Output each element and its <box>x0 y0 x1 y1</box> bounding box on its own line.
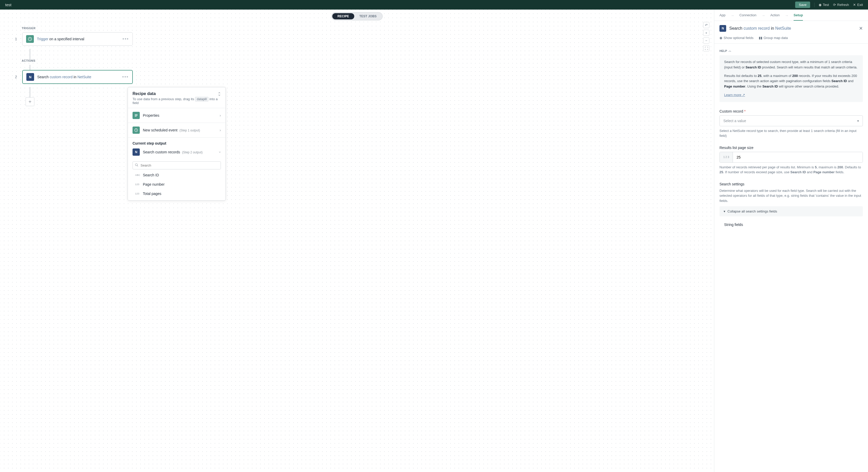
undo-button[interactable]: ↶ <box>703 22 709 28</box>
svg-point-5 <box>135 164 137 166</box>
action-title: Search custom record in NetSuite <box>729 26 791 31</box>
clock-icon <box>132 127 140 134</box>
field-label: Custom record * <box>719 109 863 113</box>
step-menu-icon[interactable]: ••• <box>122 74 129 80</box>
recipe-data-panel: Recipe data To use data from a previous … <box>128 87 226 201</box>
arrow-icon: → <box>731 13 734 21</box>
actions-label: ACTIONS <box>22 59 133 62</box>
recipe-canvas[interactable]: RECIPE TEST JOBS ↶ + − ⛶ TRIGGER 1 Trigg… <box>0 9 714 472</box>
show-optional-button[interactable]: ◉ Show optional fields <box>719 36 753 40</box>
field-label: Results list page size <box>719 146 863 150</box>
datapill-total-pages[interactable]: 123 Total pages <box>128 189 225 200</box>
field-label: Search settings <box>719 182 863 186</box>
map-icon: ▮▮ <box>759 36 762 40</box>
eye-icon: ◉ <box>719 36 722 40</box>
svg-rect-3 <box>135 116 137 117</box>
step-number: 2 <box>15 75 17 79</box>
properties-icon <box>132 112 140 119</box>
close-icon: ✕ <box>853 3 856 7</box>
netsuite-icon: N <box>719 25 726 32</box>
collapse-icon[interactable] <box>218 92 221 96</box>
data-search-input[interactable] <box>132 161 221 169</box>
view-tabs: RECIPE TEST JOBS <box>331 12 382 21</box>
type-badge: 123 <box>135 183 140 186</box>
tab-recipe[interactable]: RECIPE <box>332 13 354 19</box>
step-action-card[interactable]: N Search custom record in NetSuite ••• <box>22 70 133 84</box>
field-hint: Number of records retrieved per page of … <box>719 165 863 175</box>
data-item-label: Properties <box>143 113 159 118</box>
chevron-down-icon: ▾ <box>857 119 859 123</box>
config-sidebar: App → Connection → Action → Setup N Sear… <box>714 9 868 472</box>
help-toggle[interactable]: HELP ︿ <box>719 44 863 55</box>
current-step-heading: Current step output <box>128 137 225 148</box>
netsuite-icon: N <box>132 149 140 156</box>
data-panel-title: Recipe data <box>132 91 221 96</box>
close-button[interactable]: ✕ <box>859 26 863 31</box>
data-item-label: New scheduled event (Step 1 output) <box>143 128 200 132</box>
arrow-icon: → <box>785 13 788 21</box>
data-panel-sub: To use data from a previous step, drag i… <box>132 97 221 105</box>
connector <box>30 65 30 70</box>
step-menu-icon[interactable]: ••• <box>122 36 129 42</box>
data-source-scheduled-event[interactable]: New scheduled event (Step 1 output) › <box>128 123 225 137</box>
help-text: Search for records of selected custom re… <box>719 55 863 102</box>
step-text: Trigger on a specified interval <box>37 37 119 41</box>
refresh-icon: ⟳ <box>833 3 836 7</box>
chevron-right-icon: › <box>220 113 221 118</box>
step-text: Search custom record in NetSuite <box>37 75 119 79</box>
number-badge: 1 2 3 <box>720 152 733 162</box>
step-number: 1 <box>15 37 17 41</box>
custom-record-select[interactable]: Select a value ▾ <box>719 116 863 126</box>
learn-more-link[interactable]: Learn more ↗ <box>724 93 745 97</box>
tab-setup[interactable]: Setup <box>794 13 803 21</box>
clock-icon <box>26 35 34 43</box>
datapill-page-number[interactable]: 123 Page number <box>128 180 225 189</box>
tab-app[interactable]: App <box>719 13 725 21</box>
trigger-label: TRIGGER <box>22 27 133 30</box>
data-search <box>132 161 221 169</box>
datapill-label: datapill <box>195 97 209 101</box>
chevron-right-icon: › <box>220 128 221 132</box>
group-map-button[interactable]: ▮▮ Group map data <box>759 36 788 40</box>
refresh-button[interactable]: ⟳ Refresh <box>833 3 849 7</box>
collapse-search-settings[interactable]: ▾ Collapse all search settings fields <box>719 206 863 216</box>
connector <box>30 49 30 59</box>
fit-button[interactable]: ⛶ <box>703 45 709 52</box>
page-size-input[interactable] <box>733 152 863 162</box>
chevron-down-icon: › <box>218 152 222 153</box>
svg-rect-2 <box>135 115 138 116</box>
tab-connection[interactable]: Connection <box>739 13 756 21</box>
step-trigger-card[interactable]: Trigger on a specified interval ••• <box>22 32 133 46</box>
page-title: test <box>5 3 11 7</box>
dot-icon: ◉ <box>819 3 822 7</box>
arrow-icon: → <box>762 13 765 21</box>
chevron-down-icon: ▾ <box>723 210 725 213</box>
field-hint: Determine what operators will be used fo… <box>719 188 863 203</box>
field-hint: Select a NetSuite record type to search,… <box>719 128 863 138</box>
data-item-label: Search custom records (Step 2 output) <box>143 150 203 154</box>
svg-rect-1 <box>135 115 138 115</box>
chevron-up-icon: ︿ <box>728 49 731 53</box>
exit-button[interactable]: ✕ Exit <box>853 3 863 7</box>
zoom-in-button[interactable]: + <box>703 30 709 36</box>
add-step-button[interactable]: + <box>26 97 34 106</box>
tab-test-jobs[interactable]: TEST JOBS <box>354 13 382 19</box>
data-source-current[interactable]: N Search custom records (Step 2 output) … <box>128 148 225 159</box>
zoom-out-button[interactable]: − <box>703 37 709 44</box>
type-badge: 123 <box>135 192 140 195</box>
test-button[interactable]: ◉ Test <box>819 3 829 7</box>
save-button[interactable]: Save <box>795 2 810 8</box>
string-fields-label: String fields <box>719 216 863 228</box>
tab-action[interactable]: Action <box>770 13 780 21</box>
type-badge: ABC <box>135 174 140 176</box>
data-source-properties[interactable]: Properties › <box>128 108 225 123</box>
netsuite-icon: N <box>26 73 34 81</box>
datapill-search-id[interactable]: ABC Search ID <box>128 170 225 180</box>
connector <box>30 87 30 97</box>
search-icon <box>135 163 138 167</box>
